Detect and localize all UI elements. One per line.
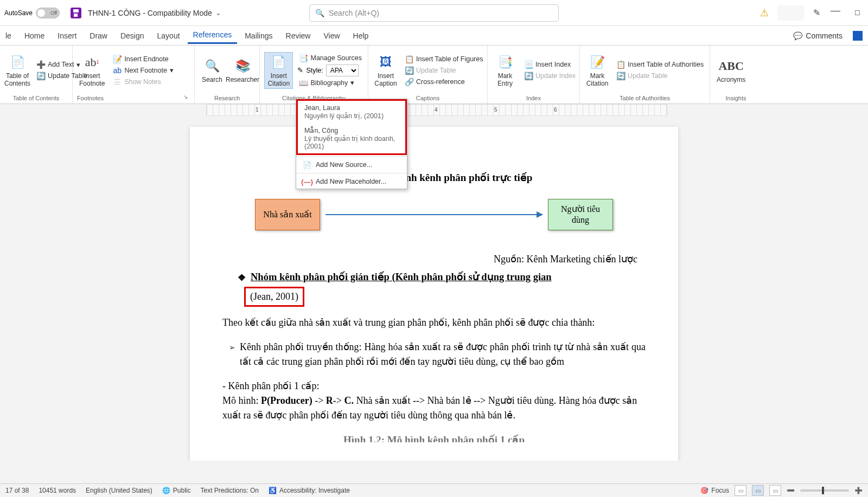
group-label: Table of Contents xyxy=(13,93,60,101)
accessibility-status[interactable]: ♿Accessibility: Investigate xyxy=(269,487,350,494)
toc-label: Table of Contents xyxy=(4,72,30,87)
print-layout-button[interactable]: ▭ xyxy=(752,485,764,496)
bullet-text: Kênh phân phối truyền thống: Hàng hóa sả… xyxy=(240,340,646,369)
citation-style-select[interactable]: APA xyxy=(326,64,359,76)
footnotes-dialog-launcher[interactable]: ↘ xyxy=(183,94,190,100)
style-icon: ✎ xyxy=(297,66,303,74)
acronyms-button[interactable]: ABC Acronyms xyxy=(714,56,748,85)
accessibility-icon: ♿ xyxy=(269,487,277,494)
index-icon: 📃 xyxy=(524,60,533,69)
search-button[interactable]: 🔍 Search xyxy=(199,56,225,85)
autosave-state: Off xyxy=(50,10,57,16)
comments-button[interactable]: 💬 Comments xyxy=(787,29,848,43)
next-footnote-icon: ab xyxy=(113,66,122,75)
cross-reference-button[interactable]: 🔗Cross-reference xyxy=(403,77,484,87)
tab-design[interactable]: Design xyxy=(115,28,150,43)
ruler-number: 1 xyxy=(256,107,259,113)
text-predictions[interactable]: Text Predictions: On xyxy=(201,487,259,494)
zoom-out-button[interactable]: ➖ xyxy=(787,487,795,494)
add-new-placeholder-label: Add New Placeholder... xyxy=(316,178,386,185)
manage-sources-label: Manage Sources xyxy=(310,54,362,62)
toggle-off[interactable]: Off xyxy=(36,8,60,18)
tab-insert[interactable]: Insert xyxy=(52,28,82,43)
consumer-line2: dùng xyxy=(572,215,589,225)
manage-sources-button[interactable]: 📑Manage Sources xyxy=(297,53,363,63)
pen-icon[interactable]: ✎ xyxy=(813,8,820,18)
inserted-citation[interactable]: (Jean, 2001) xyxy=(244,287,304,307)
group-label: Footnotes xyxy=(77,93,104,101)
researcher-button[interactable]: 📚 Researcher xyxy=(229,56,256,85)
tab-help[interactable]: Help xyxy=(348,28,374,43)
consumer-box[interactable]: Người tiêu dùng xyxy=(548,199,613,230)
table-of-contents-button[interactable]: 📄 Table of Contents xyxy=(4,53,30,88)
level-paragraph: - Kênh phân phối 1 cấp: Mô hình: P(Produ… xyxy=(222,379,646,423)
insert-table-of-figures-button[interactable]: 📋Insert Table of Figures xyxy=(403,54,484,64)
source-line: Nguồn: Kênh Marketing chiến lược xyxy=(222,252,637,267)
focus-label: Focus xyxy=(711,487,729,494)
window-maximize-button[interactable]: ☐ xyxy=(851,9,864,17)
autosave-toggle[interactable]: AutoSave Off xyxy=(4,8,60,18)
insert-caption-button[interactable]: 🖼 Insert Caption xyxy=(373,53,399,88)
zoom-knob[interactable] xyxy=(822,487,824,494)
mark-entry-button[interactable]: 📑 Mark Entry xyxy=(492,53,518,88)
next-footnote-button[interactable]: abNext Footnote ▾ xyxy=(111,66,175,75)
bibliography-button[interactable]: 📖Bibliography ▾ xyxy=(297,78,363,88)
document-title[interactable]: THNN-1 CÔNG - Compatibility Mode xyxy=(88,9,212,17)
add-new-placeholder-button[interactable]: (—) Add New Placeholder... xyxy=(296,175,407,189)
tab-draw[interactable]: Draw xyxy=(84,28,113,43)
insert-index-button[interactable]: 📃Insert Index xyxy=(522,60,577,69)
document-page[interactable]: Hình 1.1: Mô hình kênh phân phối trực ti… xyxy=(190,127,678,461)
insert-toa-label: Insert Table of Authorities xyxy=(628,61,704,68)
page-count[interactable]: 17 of 38 xyxy=(5,487,29,494)
insert-citation-button[interactable]: 📄 Insert Citation xyxy=(264,52,293,89)
show-notes-label: Show Notes xyxy=(124,78,161,86)
heading-suffix: ô hình kênh phân phối trực tiếp xyxy=(389,172,532,183)
tab-layout[interactable]: Layout xyxy=(152,28,186,43)
citation-source-item[interactable]: Jean, Laura Nguyên lý quản trị, (2001) xyxy=(298,101,405,123)
share-fragment-icon[interactable] xyxy=(853,31,863,41)
add-placeholder-icon: (—) xyxy=(303,177,311,186)
tab-home[interactable]: Home xyxy=(19,28,50,43)
arr2: -> xyxy=(333,395,344,406)
group-label: Table of Authorities xyxy=(620,93,670,101)
save-icon[interactable] xyxy=(71,8,81,18)
search-input[interactable]: 🔍 Search (Alt+Q) xyxy=(309,4,559,22)
bullet-paragraph: ➢ Kênh phân phối truyền thống: Hàng hóa … xyxy=(229,340,646,369)
web-layout-button[interactable]: ▭ xyxy=(769,485,781,496)
language[interactable]: English (United States) xyxy=(86,487,152,494)
focus-mode-button[interactable]: 🎯Focus xyxy=(700,487,729,494)
tab-view[interactable]: View xyxy=(318,28,345,43)
producer-box[interactable]: Nhà sản xuất xyxy=(255,199,320,230)
ruler[interactable]: 123456 xyxy=(206,104,667,116)
zoom-slider[interactable] xyxy=(800,489,849,492)
title-chevron-down-icon[interactable]: ⌄ xyxy=(215,9,221,17)
user-avatar[interactable] xyxy=(777,5,805,21)
autosave-label: AutoSave xyxy=(4,9,33,17)
insert-endnote-button[interactable]: 📝Insert Endnote xyxy=(111,54,175,64)
insert-caption-label: Insert Caption xyxy=(374,72,397,87)
public-status[interactable]: 🌐Public xyxy=(162,487,191,494)
add-text-icon: ➕ xyxy=(36,60,45,69)
mark-entry-icon: 📑 xyxy=(496,54,514,71)
zoom-in-button[interactable]: ➕ xyxy=(854,487,863,494)
document-area[interactable]: Hình 1.1: Mô hình kênh phân phối trực ti… xyxy=(0,116,868,461)
citation-dropdown: Jean, Laura Nguyên lý quản trị, (2001) M… xyxy=(296,99,407,189)
tab-mailings[interactable]: Mailings xyxy=(239,28,278,43)
insert-footnote-button[interactable]: ab1 Insert Footnote xyxy=(77,53,107,88)
mark-citation-button[interactable]: 📝 Mark Citation xyxy=(584,53,610,88)
tof-icon: 📋 xyxy=(405,55,413,63)
tab-review[interactable]: Review xyxy=(280,28,316,43)
add-new-source-button[interactable]: 📄 Add New Source... xyxy=(296,158,407,172)
read-mode-button[interactable]: ▭ xyxy=(735,485,746,496)
manage-sources-icon: 📑 xyxy=(299,54,308,62)
citation-source-item[interactable]: Mẫn, Công Lý thuyết quản trị kinh doanh,… xyxy=(298,123,405,153)
insert-toa-button[interactable]: 📋Insert Table of Authorities xyxy=(615,60,705,69)
window-minimize-button[interactable]: — xyxy=(829,5,842,16)
warning-icon[interactable]: ⚠ xyxy=(760,7,769,19)
paragraph: Theo kết cấu giữa nhà sản xuất và trung … xyxy=(222,315,646,330)
word-count[interactable]: 10451 words xyxy=(39,487,76,494)
accessibility-label: Accessibility: Investigate xyxy=(279,487,350,494)
tab-references[interactable]: References xyxy=(188,27,238,44)
file-tab-fragment[interactable]: le xyxy=(5,28,17,43)
citation-style-row: ✎ Style: APA xyxy=(297,64,363,76)
